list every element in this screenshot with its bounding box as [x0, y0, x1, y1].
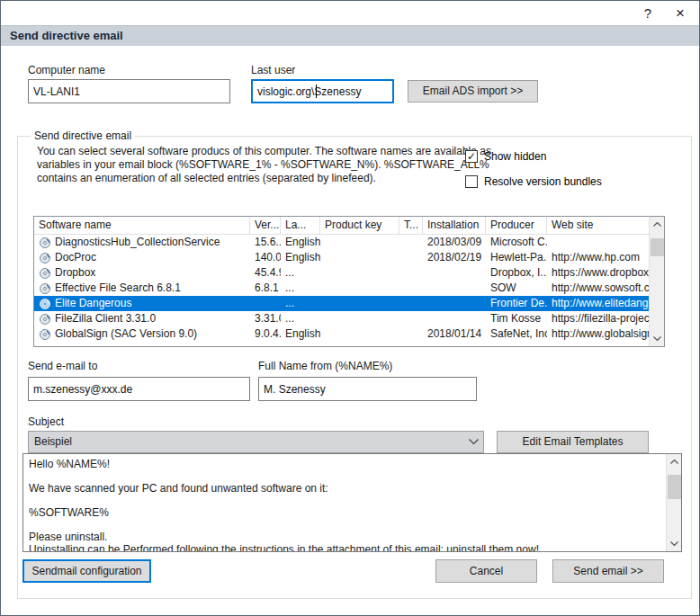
checkmark-icon: ✓ [467, 150, 476, 163]
software-installation: 2018/01/14 [423, 326, 486, 342]
software-web-site: http://www.globalsign... [547, 326, 649, 342]
column-header-t[interactable]: T... [399, 217, 423, 235]
software-producer: Tim Kosse [486, 311, 547, 326]
software-version: 6.8.1 [250, 281, 281, 296]
software-name: GlobalSign (SAC Version 9.0) [55, 326, 197, 342]
software-installation [423, 265, 486, 281]
cancel-button[interactable]: Cancel [435, 559, 537, 583]
software-name: FileZilla Client 3.31.0 [55, 311, 156, 326]
scroll-down-icon[interactable] [650, 331, 665, 346]
software-web-site: http://www.elitedange... [547, 296, 649, 311]
column-header-language[interactable]: La... [281, 217, 320, 235]
resolve-bundles-checkbox[interactable] [465, 175, 478, 188]
software-web-site: http://www.sowsoft.c... [547, 281, 649, 296]
scroll-down-icon[interactable] [667, 536, 682, 551]
help-icon[interactable]: ? [633, 1, 663, 25]
table-row[interactable]: Dropbox 45.4.92 ... Dropbox, I... https:… [34, 265, 649, 281]
software-name: Effective File Search 6.8.1 [55, 281, 181, 296]
table-scrollbar[interactable] [649, 217, 664, 346]
scroll-up-icon[interactable] [667, 454, 682, 469]
software-version: 9.0.4... [250, 326, 281, 342]
email-ads-import-button[interactable]: Email ADS import >> [408, 80, 538, 103]
software-icon [39, 252, 51, 264]
software-name: Elite Dangerous [55, 296, 131, 311]
software-web-site: https://filezilla-project... [547, 311, 649, 326]
software-product-key [320, 265, 399, 281]
subject-value: Beispiel [34, 435, 72, 448]
description-line-1: You can select several software producs … [37, 145, 491, 157]
table-row[interactable]: Effective File Search 6.8.1 6.8.1 ... SO… [34, 281, 649, 296]
software-producer: SafeNet, Inc. [486, 326, 547, 342]
scroll-up-icon[interactable] [650, 217, 665, 232]
software-web-site: https://www.dropbox... [547, 265, 649, 281]
dialog-header: Send directive email [1, 25, 699, 46]
software-product-key [320, 281, 399, 296]
email-body-editor[interactable]: Hello %NAME%! We have scanned your PC an… [22, 453, 682, 552]
column-header-software-name[interactable]: Software name [34, 217, 250, 235]
table-scrollbar-thumb[interactable] [651, 238, 664, 256]
email-body-text[interactable]: Hello %NAME%! We have scanned your PC an… [23, 454, 666, 551]
software-web-site: http://www.hp.com [547, 250, 649, 265]
software-version [250, 296, 281, 311]
close-icon[interactable]: × [665, 1, 696, 25]
edit-email-templates-button[interactable]: Edit Email Templates [497, 431, 649, 453]
software-language: ... [281, 311, 320, 326]
sendmail-configuration-button[interactable]: Sendmail configuration [22, 559, 151, 583]
software-producer: Frontier De... [486, 296, 547, 311]
column-header-version[interactable]: Ver... [250, 217, 281, 235]
last-user-input[interactable] [251, 79, 394, 103]
description-line-2: variables in your email block (%SOFTWARE… [37, 158, 489, 171]
resolve-bundles-label: Resolve version bundles [484, 175, 602, 188]
email-body-scrollbar-thumb[interactable] [668, 475, 681, 499]
software-icon [39, 298, 51, 310]
table-row[interactable]: FileZilla Client 3.31.0 3.31.0 ... Tim K… [34, 311, 649, 326]
software-product-key [320, 311, 399, 326]
software-version: 15.6... [250, 235, 281, 250]
send-to-input[interactable] [28, 377, 250, 401]
computer-name-label: Computer name [28, 64, 105, 76]
table-row[interactable]: GlobalSign (SAC Version 9.0) 9.0.4... En… [34, 326, 649, 342]
chevron-down-icon [469, 439, 479, 444]
table-row[interactable]: DocProc 140.0... English 2018/02/19 Hewl… [34, 250, 649, 265]
software-t [399, 250, 423, 265]
table-row[interactable]: DiagnosticsHub_CollectionService 15.6...… [34, 235, 649, 250]
software-language: ... [281, 296, 320, 311]
software-table-header: Software name Ver... La... Product key T… [34, 217, 649, 235]
titlebar: ? × [1, 1, 699, 25]
software-language: English [281, 250, 320, 265]
software-table: Software name Ver... La... Product key T… [33, 216, 665, 347]
software-name: DocProc [55, 250, 96, 265]
text-caret [316, 85, 317, 98]
software-t [399, 281, 423, 296]
send-to-label: Send e-mail to [28, 360, 97, 372]
software-version: 45.4.92 [250, 265, 281, 281]
column-header-installation[interactable]: Installation [423, 217, 486, 235]
software-language: English [281, 235, 320, 250]
column-header-web-site[interactable]: Web site [547, 217, 649, 235]
table-row-selected[interactable]: Elite Dangerous ... Frontier De... http:… [34, 296, 649, 311]
show-hidden-checkbox[interactable]: ✓ [465, 150, 478, 163]
software-t [399, 265, 423, 281]
email-body-scrollbar[interactable] [666, 454, 681, 551]
software-producer: Hewlett-Pa... [486, 250, 547, 265]
software-name: DiagnosticsHub_CollectionService [55, 235, 220, 250]
send-email-button[interactable]: Send email >> [552, 559, 664, 583]
software-icon [39, 328, 51, 341]
software-installation: 2018/03/09 [423, 235, 486, 250]
description-line-3: contains an enumeration of all selected … [37, 172, 376, 184]
software-installation [423, 311, 486, 326]
software-producer: Microsoft C... [486, 235, 547, 250]
software-table-rows: DiagnosticsHub_CollectionService 15.6...… [34, 235, 649, 342]
subject-label: Subject [28, 415, 64, 428]
software-installation [423, 296, 486, 311]
column-header-producer[interactable]: Producer [486, 217, 547, 235]
column-header-product-key[interactable]: Product key [320, 217, 399, 235]
software-t [399, 235, 423, 250]
software-web-site [547, 235, 649, 250]
computer-name-input[interactable] [28, 79, 230, 103]
full-name-input[interactable] [258, 377, 477, 401]
software-language: English [281, 326, 320, 342]
subject-dropdown[interactable]: Beispiel [28, 431, 484, 453]
software-installation [423, 281, 486, 296]
software-installation: 2018/02/19 [423, 250, 486, 265]
